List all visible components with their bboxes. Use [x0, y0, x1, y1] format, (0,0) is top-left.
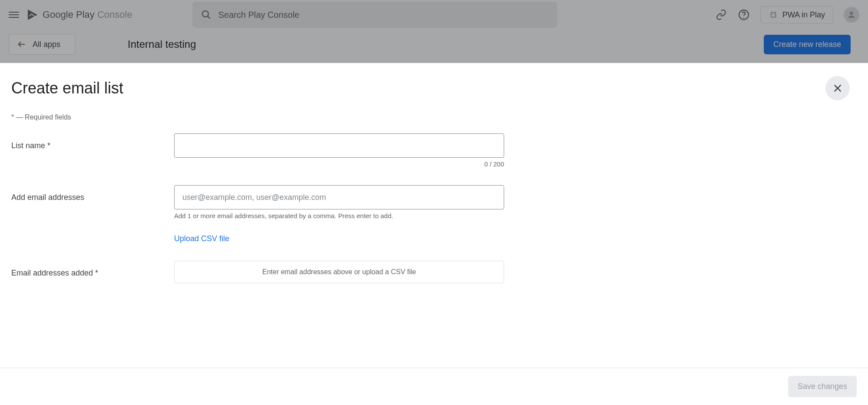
- modal-footer: Save changes: [0, 368, 868, 405]
- save-changes-button[interactable]: Save changes: [788, 376, 857, 397]
- emails-added-label: Email addresses added *: [11, 261, 174, 283]
- create-email-list-modal: Create email list * — Required fields Li…: [0, 63, 868, 405]
- list-name-counter: 0 / 200: [174, 160, 504, 168]
- required-fields-note: * — Required fields: [11, 113, 857, 121]
- add-emails-label: Add email addresses: [11, 185, 174, 243]
- close-icon: [833, 83, 842, 93]
- emails-added-empty: Enter email addresses above or upload a …: [174, 261, 504, 283]
- close-button[interactable]: [825, 76, 850, 100]
- list-name-label: List name *: [11, 133, 174, 168]
- list-name-input[interactable]: [174, 133, 504, 158]
- modal-scrim: [0, 0, 868, 63]
- modal-title: Create email list: [11, 79, 123, 97]
- add-emails-helper: Add 1 or more email addresses, separated…: [174, 212, 504, 219]
- add-emails-input[interactable]: [174, 185, 504, 209]
- upload-csv-link[interactable]: Upload CSV file: [174, 234, 229, 243]
